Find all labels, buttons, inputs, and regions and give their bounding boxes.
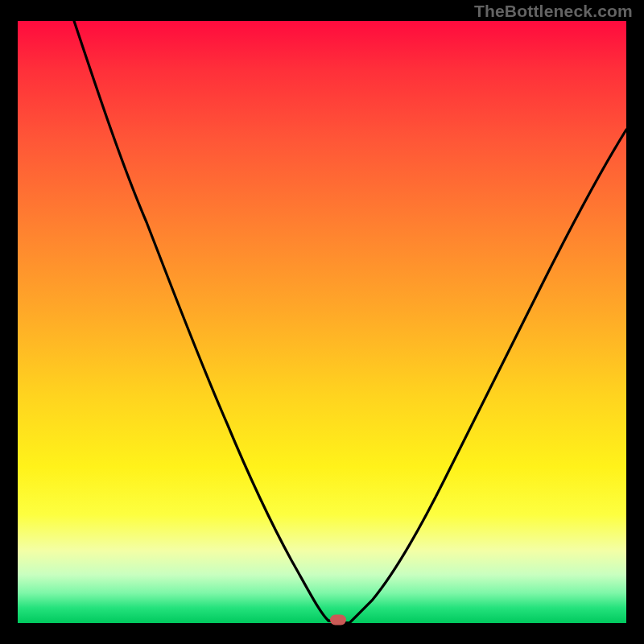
chart-frame: TheBottleneck.com <box>0 0 644 644</box>
bottleneck-curve <box>18 21 626 623</box>
curve-path <box>74 21 626 623</box>
watermark-text: TheBottleneck.com <box>474 2 633 21</box>
plot-area <box>18 21 626 623</box>
bottleneck-marker <box>330 615 346 625</box>
